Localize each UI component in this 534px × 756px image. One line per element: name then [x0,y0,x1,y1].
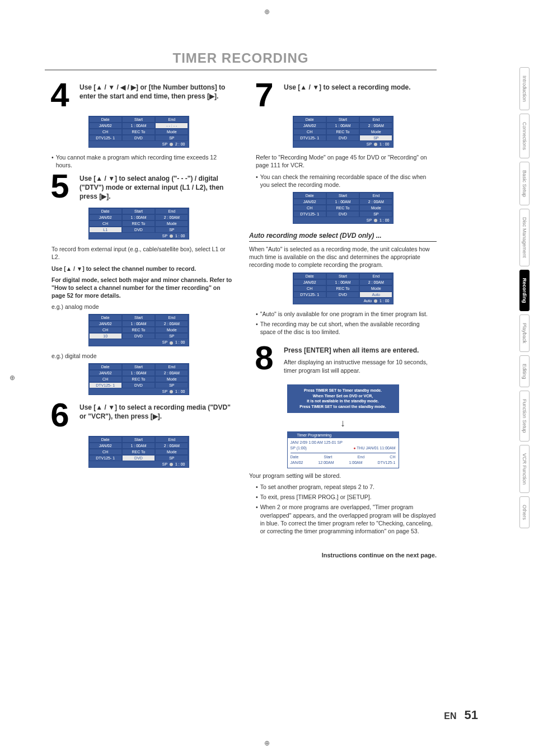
tab-vcr-function[interactable]: VCR Function [519,445,530,493]
step-number: 8 [249,344,279,378]
bullet-note: To set another program, repeat steps 2 t… [256,483,437,491]
osd-table: DateStartEnd JAN/021 : 00AM2 : 00AM CHRE… [293,116,394,148]
osd-table: DateStartEnd JAN/021 : 00AM2 : 00AM CHRE… [88,314,189,346]
step-text: Use [▲ / ▼ / ◀ / ▶] or [the Number butto… [79,81,232,109]
note-bold: Use [▲ / ▼] to select the channel number… [51,265,232,273]
osd-table: DateStartEnd JAN/021 : 00AM2 : 00AM CHRE… [88,436,189,468]
down-arrow-icon: ↓ [249,417,437,429]
osd-table: DateStartEnd JAN/021 : 00AM2 : 00AM CHRE… [88,363,189,395]
note-text: Refer to "Recording Mode" on page 45 for… [256,153,437,169]
osd-table: DateStartEnd JAN/021 : 00AM2 : 00AM CHRE… [88,208,189,240]
step-number: 6 [45,401,75,429]
bullet-note: "Auto" is only available for one program… [256,310,437,318]
osd-table: DateStartEnd JAN/021 : 00AM- - : - - CHR… [88,116,189,148]
footer-page: 51 [465,708,478,722]
bullet-note: When 2 or more programs are overlapped, … [256,503,437,535]
tab-basic-setup[interactable]: Basic Setup [519,162,530,205]
example-label: e.g.) digital mode [51,352,232,360]
crop-mark-icon: ⊕ [263,739,271,748]
title-rule [45,69,437,71]
step-number: 5 [45,172,75,201]
bullet-note: You cannot make a program which recordin… [51,153,232,169]
tab-function-setup[interactable]: Function Setup [519,391,530,442]
osd-message: Press TIMER SET to Timer standby mode. W… [287,384,399,413]
tab-disc-management[interactable]: Disc Management [519,209,530,266]
tab-playback[interactable]: Playback [519,314,530,352]
subsection-heading: Auto recording mode select (DVD only) ..… [249,232,437,242]
osd-table: DateStartEnd JAN/021 : 00AM2 : 00AM CHRE… [293,192,394,224]
note-text: To record from external input (e.g., cab… [51,245,232,261]
footer-lang: EN [444,711,456,721]
note-bold: For digital mode, select both major and … [51,276,232,300]
osd-table: DateStartEnd JAN/021 : 00AM2 : 00AM CHRE… [293,273,394,304]
tab-introduction[interactable]: Introduction [519,67,530,110]
tab-others[interactable]: Others [519,496,530,528]
timer-programming-panel: Timer Programming JAN/ 2/09 1:00 AM 125-… [287,431,399,468]
tab-recording[interactable]: Recording [519,270,530,312]
continuation-notice: Instructions continue on the next page. [249,552,437,558]
step-text: Use [▲ / ▼] to select a recording media … [79,401,232,429]
right-column: 7 Use [▲ / ▼] to select a recording mode… [249,81,437,558]
page-title: TIMER RECORDING [45,50,437,66]
bullet-note: You can check the remaining recordable s… [256,173,437,189]
step-text: Use [▲ / ▼] to select a recording mode. [284,81,410,109]
note-text: Your program setting will be stored. [249,472,437,480]
section-tabs: Introduction Connections Basic Setup Dis… [519,67,530,528]
step-text: Press [ENTER] when all items are entered… [284,344,437,355]
disc-icon [170,143,173,146]
bullet-note: To exit, press [TIMER PROG.] or [SETUP]. [256,493,437,501]
step-text: Use [▲ / ▼] to select analog ("- - -") /… [79,172,232,201]
page-footer: EN 51 [444,708,478,722]
subsection-text: When "Auto" is selected as a recording m… [249,245,437,269]
tab-editing[interactable]: Editing [519,355,530,388]
step-subtext: After displaying an instructive message … [284,358,437,374]
left-column: 4 Use [▲ / ▼ / ◀ / ▶] or [the Number but… [45,81,232,558]
bullet-note: The recording may be cut short, when the… [256,320,437,336]
step-number: 4 [45,81,75,109]
step-number: 7 [249,81,279,109]
tab-connections[interactable]: Connections [519,114,530,158]
example-label: e.g.) analog mode [51,303,232,311]
rec-icon: ● [353,446,355,450]
square-icon [290,433,294,437]
